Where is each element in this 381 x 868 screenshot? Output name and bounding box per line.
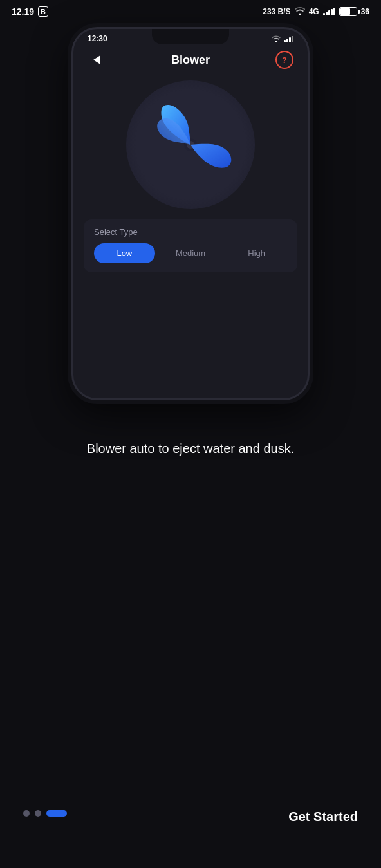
phone-container: 12:30 Blow	[0, 27, 381, 400]
pagination-dot-2[interactable]	[35, 810, 41, 817]
fan-illustration	[73, 80, 308, 209]
network-speed: 233 B/S	[263, 7, 290, 16]
system-status-bar: 12.19 B 233 B/S 4G 36	[0, 0, 381, 21]
page-title: Blower	[171, 53, 210, 67]
pagination-dot-1[interactable]	[23, 810, 30, 817]
phone-status-right	[272, 35, 293, 42]
back-button[interactable]	[88, 51, 106, 69]
signal-icon	[323, 8, 335, 15]
back-arrow-icon	[93, 55, 100, 64]
select-type-section: Select Type Low Medium High	[84, 219, 297, 272]
type-high-button[interactable]: High	[226, 243, 287, 263]
status-right: 233 B/S 4G 36	[263, 7, 369, 17]
battery-app-icon: B	[38, 6, 48, 17]
help-button[interactable]: ?	[275, 51, 293, 69]
pagination-dots	[23, 810, 67, 817]
network-type: 4G	[309, 7, 319, 16]
phone-signal-icon	[284, 35, 293, 42]
type-low-button[interactable]: Low	[94, 243, 155, 263]
battery-level: 36	[361, 7, 369, 16]
fan-circle	[126, 80, 255, 209]
phone-header: Blower ?	[73, 43, 308, 74]
type-medium-button[interactable]: Medium	[160, 243, 221, 263]
type-buttons-group: Low Medium High	[94, 243, 287, 263]
wifi-icon	[295, 7, 305, 17]
pagination-dot-3[interactable]	[46, 810, 67, 817]
fan-svg	[139, 93, 242, 196]
phone-wifi-icon	[272, 35, 281, 42]
get-started-button[interactable]: Get Started	[288, 809, 358, 824]
status-left: 12.19 B	[12, 6, 48, 17]
help-icon: ?	[282, 55, 287, 65]
phone-notch	[152, 29, 229, 44]
description-text: Blower auto to eject water and dusk.	[0, 439, 381, 458]
phone-frame: 12:30 Blow	[71, 27, 310, 400]
phone-time: 12:30	[88, 34, 107, 43]
system-time: 12.19	[12, 6, 34, 17]
select-type-label: Select Type	[94, 227, 287, 237]
battery-icon	[339, 7, 357, 16]
